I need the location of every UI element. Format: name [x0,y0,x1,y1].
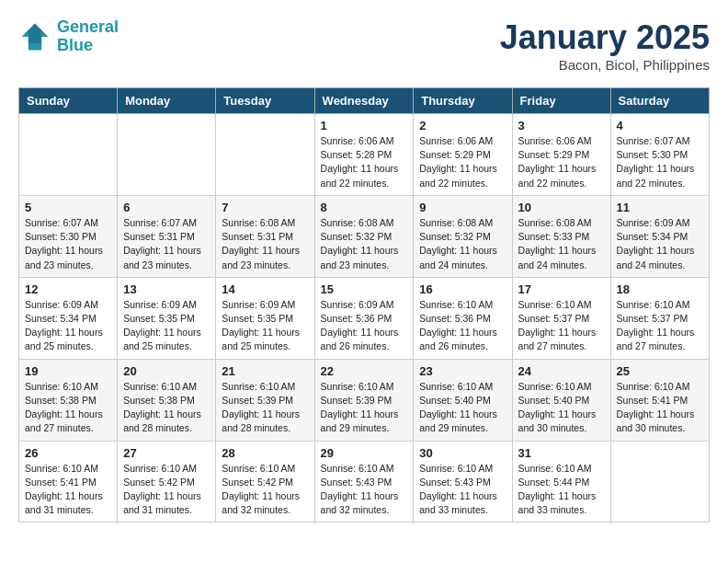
day-cell: 25Sunrise: 6:10 AMSunset: 5:41 PMDayligh… [610,359,709,441]
day-number: 30 [419,446,506,460]
day-cell: 23Sunrise: 6:10 AMSunset: 5:40 PMDayligh… [414,359,512,441]
day-cell: 20Sunrise: 6:10 AMSunset: 5:38 PMDayligh… [118,359,216,441]
day-cell: 9Sunrise: 6:08 AMSunset: 5:32 PMDaylight… [414,195,512,277]
day-info: Sunrise: 6:10 AMSunset: 5:40 PMDaylight:… [518,380,605,436]
day-info: Sunrise: 6:10 AMSunset: 5:42 PMDaylight:… [123,462,210,518]
week-row-1: 1Sunrise: 6:06 AMSunset: 5:28 PMDaylight… [19,114,710,196]
day-cell [118,114,216,196]
day-info: Sunrise: 6:06 AMSunset: 5:29 PMDaylight:… [419,134,506,190]
day-number: 4 [617,119,703,132]
day-cell: 6Sunrise: 6:07 AMSunset: 5:31 PMDaylight… [118,195,216,277]
day-info: Sunrise: 6:08 AMSunset: 5:31 PMDaylight:… [222,216,308,272]
day-cell: 24Sunrise: 6:10 AMSunset: 5:40 PMDayligh… [512,359,610,441]
day-info: Sunrise: 6:09 AMSunset: 5:34 PMDaylight:… [25,298,111,354]
day-number: 13 [123,282,210,296]
week-row-4: 19Sunrise: 6:10 AMSunset: 5:38 PMDayligh… [19,359,710,441]
day-cell: 11Sunrise: 6:09 AMSunset: 5:34 PMDayligh… [610,195,709,277]
day-info: Sunrise: 6:10 AMSunset: 5:39 PMDaylight:… [321,380,408,436]
day-cell: 1Sunrise: 6:06 AMSunset: 5:28 PMDaylight… [314,114,414,196]
day-cell: 5Sunrise: 6:07 AMSunset: 5:30 PMDaylight… [19,195,118,277]
day-number: 2 [419,119,506,132]
location: Bacon, Bicol, Philippines [500,57,710,73]
week-row-5: 26Sunrise: 6:10 AMSunset: 5:41 PMDayligh… [19,441,710,523]
day-cell: 8Sunrise: 6:08 AMSunset: 5:32 PMDaylight… [314,195,414,277]
day-info: Sunrise: 6:10 AMSunset: 5:43 PMDaylight:… [419,462,506,518]
week-row-2: 5Sunrise: 6:07 AMSunset: 5:30 PMDaylight… [19,195,710,277]
month-title: January 2025 [500,18,710,57]
day-number: 26 [25,446,111,460]
day-number: 16 [419,282,506,296]
day-cell: 13Sunrise: 6:09 AMSunset: 5:35 PMDayligh… [118,277,216,359]
day-number: 1 [321,119,408,132]
day-info: Sunrise: 6:09 AMSunset: 5:35 PMDaylight:… [123,298,210,354]
day-info: Sunrise: 6:07 AMSunset: 5:30 PMDaylight:… [617,134,703,190]
day-cell: 27Sunrise: 6:10 AMSunset: 5:42 PMDayligh… [118,441,216,523]
day-cell [610,441,709,523]
day-cell: 7Sunrise: 6:08 AMSunset: 5:31 PMDaylight… [216,195,314,277]
day-info: Sunrise: 6:06 AMSunset: 5:28 PMDaylight:… [321,134,408,190]
day-cell: 12Sunrise: 6:09 AMSunset: 5:34 PMDayligh… [19,277,118,359]
day-cell: 10Sunrise: 6:08 AMSunset: 5:33 PMDayligh… [512,195,610,277]
day-number: 29 [321,446,408,460]
day-number: 6 [123,201,210,214]
day-cell: 28Sunrise: 6:10 AMSunset: 5:42 PMDayligh… [216,441,314,523]
day-info: Sunrise: 6:06 AMSunset: 5:29 PMDaylight:… [518,134,605,190]
day-info: Sunrise: 6:10 AMSunset: 5:36 PMDaylight:… [419,298,506,354]
day-info: Sunrise: 6:07 AMSunset: 5:30 PMDaylight:… [25,216,111,272]
day-info: Sunrise: 6:10 AMSunset: 5:40 PMDaylight:… [419,380,506,436]
weekday-header-saturday: Saturday [610,88,709,114]
day-info: Sunrise: 6:09 AMSunset: 5:34 PMDaylight:… [617,216,703,272]
day-number: 17 [518,282,605,296]
day-number: 10 [518,201,605,214]
day-cell: 4Sunrise: 6:07 AMSunset: 5:30 PMDaylight… [610,114,709,196]
day-info: Sunrise: 6:08 AMSunset: 5:32 PMDaylight:… [321,216,408,272]
weekday-header-monday: Monday [118,88,216,114]
day-info: Sunrise: 6:10 AMSunset: 5:41 PMDaylight:… [25,462,111,518]
day-cell: 2Sunrise: 6:06 AMSunset: 5:29 PMDaylight… [414,114,512,196]
day-cell: 29Sunrise: 6:10 AMSunset: 5:43 PMDayligh… [314,441,414,523]
day-cell: 3Sunrise: 6:06 AMSunset: 5:29 PMDaylight… [512,114,610,196]
day-info: Sunrise: 6:10 AMSunset: 5:44 PMDaylight:… [518,462,605,518]
week-row-3: 12Sunrise: 6:09 AMSunset: 5:34 PMDayligh… [19,277,710,359]
day-info: Sunrise: 6:10 AMSunset: 5:38 PMDaylight:… [123,380,210,436]
day-cell: 31Sunrise: 6:10 AMSunset: 5:44 PMDayligh… [512,441,610,523]
day-info: Sunrise: 6:10 AMSunset: 5:43 PMDaylight:… [321,462,408,518]
day-info: Sunrise: 6:10 AMSunset: 5:42 PMDaylight:… [222,462,308,518]
day-info: Sunrise: 6:08 AMSunset: 5:32 PMDaylight:… [419,216,506,272]
day-number: 24 [518,364,605,378]
day-number: 5 [25,201,111,214]
day-info: Sunrise: 6:10 AMSunset: 5:38 PMDaylight:… [25,380,111,436]
day-number: 25 [617,364,703,378]
calendar: SundayMondayTuesdayWednesdayThursdayFrid… [18,87,710,523]
day-number: 12 [25,282,111,296]
day-number: 20 [123,364,210,378]
day-info: Sunrise: 6:08 AMSunset: 5:33 PMDaylight:… [518,216,605,272]
page-header: General Blue January 2025 Bacon, Bicol, … [18,18,710,73]
day-number: 8 [321,201,408,214]
day-number: 14 [222,282,308,296]
day-info: Sunrise: 6:10 AMSunset: 5:37 PMDaylight:… [617,298,703,354]
day-info: Sunrise: 6:07 AMSunset: 5:31 PMDaylight:… [123,216,210,272]
day-number: 3 [518,119,605,132]
day-cell: 15Sunrise: 6:09 AMSunset: 5:36 PMDayligh… [314,277,414,359]
day-number: 27 [123,446,210,460]
logo-icon [18,20,51,53]
day-info: Sunrise: 6:09 AMSunset: 5:35 PMDaylight:… [222,298,308,354]
day-cell [216,114,314,196]
day-cell: 19Sunrise: 6:10 AMSunset: 5:38 PMDayligh… [19,359,118,441]
day-number: 31 [518,446,605,460]
day-cell: 21Sunrise: 6:10 AMSunset: 5:39 PMDayligh… [216,359,314,441]
day-number: 11 [617,201,703,214]
day-number: 18 [617,282,703,296]
day-number: 19 [25,364,111,378]
logo-blue: Blue [57,36,93,54]
weekday-header-thursday: Thursday [414,88,512,114]
svg-marker-1 [22,23,49,43]
day-info: Sunrise: 6:10 AMSunset: 5:41 PMDaylight:… [617,380,703,436]
day-info: Sunrise: 6:09 AMSunset: 5:36 PMDaylight:… [321,298,408,354]
day-cell: 18Sunrise: 6:10 AMSunset: 5:37 PMDayligh… [610,277,709,359]
day-number: 28 [222,446,308,460]
weekday-header-row: SundayMondayTuesdayWednesdayThursdayFrid… [19,88,710,114]
day-info: Sunrise: 6:10 AMSunset: 5:37 PMDaylight:… [518,298,605,354]
logo-general: General [57,17,119,36]
